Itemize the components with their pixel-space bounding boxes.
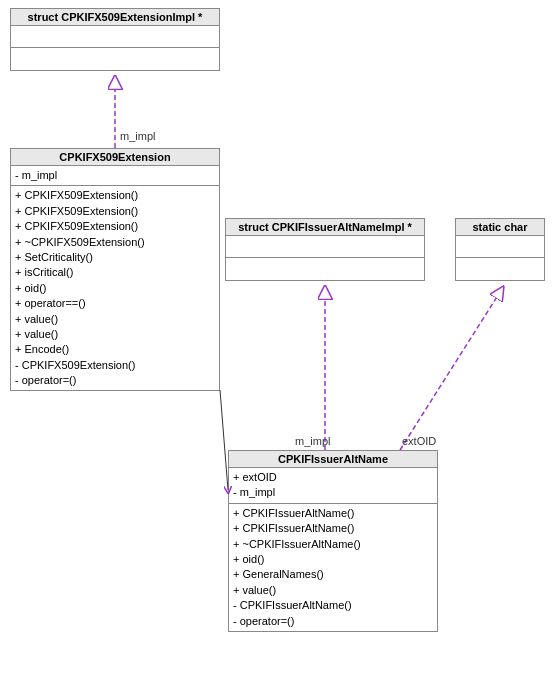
diagram-container: struct CPKIFX509ExtensionImpl * CPKIFX50… [0, 0, 555, 699]
method-alt-1: + CPKIFIssuerAltName() [233, 506, 433, 521]
box-cpkifissueraltnamimpl: struct CPKIFIssuerAltNameImpl * [225, 218, 425, 281]
attr-m-impl2: - m_impl [233, 485, 433, 500]
method-8: + operator==() [15, 296, 215, 311]
arrow-inheritance-3 [400, 292, 500, 450]
method-6: + isCritical() [15, 265, 215, 280]
box-cpkifx509extensionimpl-title: struct CPKIFX509ExtensionImpl * [11, 9, 219, 26]
method-alt-8: - operator=() [233, 614, 433, 629]
box-cpkifx509extensionimpl-section2 [11, 48, 219, 70]
method-3: + CPKIFX509Extension() [15, 219, 215, 234]
box-cpkifx509extension-title: CPKIFX509Extension [11, 149, 219, 166]
box-cpkifissueraltname-title: CPKIFIssuerAltName [229, 451, 437, 468]
method-alt-5: + GeneralNames() [233, 567, 433, 582]
box-cpkifissueraltname: CPKIFIssuerAltName + extOID - m_impl + C… [228, 450, 438, 632]
box-cpkifx509extension: CPKIFX509Extension - m_impl + CPKIFX509E… [10, 148, 220, 391]
method-13: - operator=() [15, 373, 215, 388]
box-staticchar-section2 [456, 258, 544, 280]
method-1: + CPKIFX509Extension() [15, 188, 215, 203]
box-staticchar: static char [455, 218, 545, 281]
method-alt-7: - CPKIFIssuerAltName() [233, 598, 433, 613]
method-11: + Encode() [15, 342, 215, 357]
box-cpkifissueraltnamimpl-section1 [226, 236, 424, 258]
method-5: + SetCriticality() [15, 250, 215, 265]
arrow-association [220, 390, 228, 490]
box-cpkifx509extension-attributes: - m_impl [11, 166, 219, 186]
method-2: + CPKIFX509Extension() [15, 204, 215, 219]
box-cpkifissueraltname-methods: + CPKIFIssuerAltName() + CPKIFIssuerAltN… [229, 504, 437, 631]
box-cpkifx509extension-methods: + CPKIFX509Extension() + CPKIFX509Extens… [11, 186, 219, 390]
method-10: + value() [15, 327, 215, 342]
method-alt-2: + CPKIFIssuerAltName() [233, 521, 433, 536]
label-m-impl-bottom: m_impl [295, 435, 330, 447]
label-m-impl-top: m_impl [120, 130, 155, 142]
attr-m-impl: - m_impl [15, 168, 215, 183]
method-7: + oid() [15, 281, 215, 296]
box-staticchar-title: static char [456, 219, 544, 236]
method-alt-3: + ~CPKIFIssuerAltName() [233, 537, 433, 552]
method-alt-6: + value() [233, 583, 433, 598]
box-cpkifx509extensionimpl-section1 [11, 26, 219, 48]
label-extoid: extOID [402, 435, 436, 447]
box-staticchar-section1 [456, 236, 544, 258]
attr-extoid: + extOID [233, 470, 433, 485]
method-alt-4: + oid() [233, 552, 433, 567]
box-cpkifissueraltnamimpl-title: struct CPKIFIssuerAltNameImpl * [226, 219, 424, 236]
method-12: - CPKIFX509Extension() [15, 358, 215, 373]
method-9: + value() [15, 312, 215, 327]
method-4: + ~CPKIFX509Extension() [15, 235, 215, 250]
box-cpkifissueraltname-attributes: + extOID - m_impl [229, 468, 437, 504]
box-cpkifx509extensionimpl: struct CPKIFX509ExtensionImpl * [10, 8, 220, 71]
box-cpkifissueraltnamimpl-section2 [226, 258, 424, 280]
